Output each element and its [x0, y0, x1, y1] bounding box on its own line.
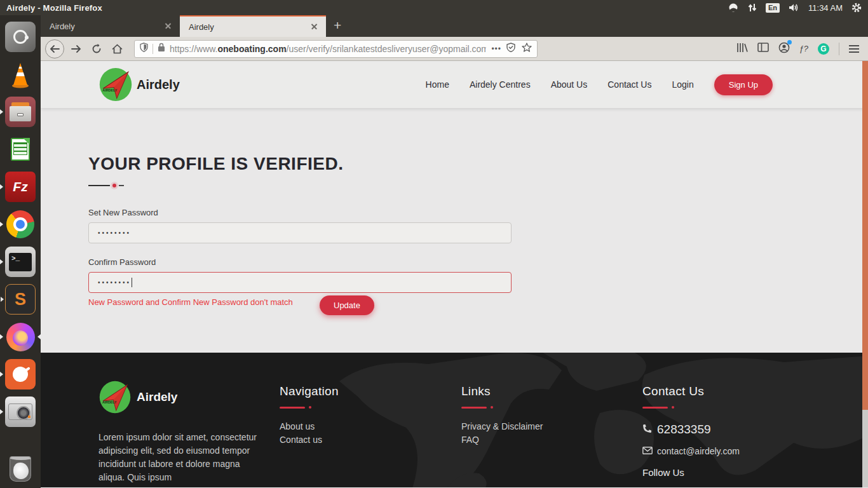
update-button[interactable]: Update	[320, 295, 374, 315]
vlc-icon[interactable]	[5, 59, 36, 90]
network-traffic-icon[interactable]	[748, 3, 757, 12]
menu-icon[interactable]	[849, 45, 859, 53]
footer-navigation-title: Navigation	[280, 384, 339, 398]
tracking-protection-shield-icon[interactable]	[140, 43, 148, 55]
sidebar-toggle-icon[interactable]	[757, 43, 769, 55]
back-button[interactable]	[45, 39, 64, 58]
nav-about-us[interactable]: About Us	[551, 79, 588, 90]
brand-name[interactable]: Airdely	[137, 78, 180, 92]
screen: Airdely - Mozilla Firefox En 11:34 AM Fz	[0, 0, 868, 488]
session-gear-icon[interactable]	[851, 3, 862, 13]
account-icon[interactable]	[778, 42, 790, 56]
new-password-label: Set New Password	[88, 208, 868, 217]
filezilla-glyph: Fz	[13, 179, 27, 194]
footer-divider	[280, 406, 339, 409]
nav-login[interactable]: Login	[672, 79, 693, 90]
screenshot-tool-icon[interactable]	[5, 396, 36, 427]
reload-button[interactable]	[88, 41, 105, 57]
site-footer: AIRDELY Airdely Lorem ipsum dolor sit am…	[41, 353, 868, 487]
url-bar[interactable]: https://www.oneboating.com/user/verify/s…	[134, 40, 538, 58]
footer-about-text: Lorem ipsum dolor sit amet, consectetur …	[98, 431, 259, 484]
browser-window: Airdely Airdely +	[41, 15, 868, 488]
footer-links-column: Links Privacy & Disclaimer FAQ	[461, 384, 543, 447]
password-mismatch-error: New Password and Confirm New Password do…	[88, 297, 293, 307]
signup-button[interactable]: Sign Up	[714, 74, 773, 95]
chrome-icon[interactable]	[5, 209, 36, 240]
launcher-dock: Fz >_ S	[0, 15, 41, 488]
new-password-value: ••••••••	[98, 229, 131, 236]
postman-icon[interactable]	[5, 359, 36, 390]
tab-close-icon[interactable]	[309, 22, 320, 32]
url-text: https://www.oneboating.com/user/verify/s…	[170, 44, 486, 54]
site-nav: Home Airdely Centres About Us Contact Us…	[426, 74, 773, 95]
home-button[interactable]	[109, 41, 125, 57]
scrollbar-thumb[interactable]	[862, 61, 868, 410]
footer-link-contact-us[interactable]: Contact us	[280, 433, 339, 447]
filezilla-icon[interactable]: Fz	[5, 172, 36, 202]
firefox-icon[interactable]	[5, 322, 36, 352]
footer-brand-name: Airdely	[137, 390, 177, 404]
site-main: YOUR PROFILE IS VERIFIED. Set New Passwo…	[41, 108, 868, 353]
svg-text:AIRDELY: AIRDELY	[102, 88, 118, 92]
bookmark-star-icon[interactable]	[522, 43, 532, 55]
fonts-addon-icon[interactable]: ƒ?	[799, 44, 808, 53]
toolbar-separator	[839, 43, 839, 55]
nav-home[interactable]: Home	[426, 79, 449, 90]
site-header: AIRDELY Airdely Home Airdely Centres Abo…	[41, 61, 868, 108]
pocket-shield-icon[interactable]	[506, 43, 515, 55]
new-tab-button[interactable]: +	[326, 18, 349, 35]
footer-contact-title: Contact Us	[642, 384, 740, 398]
confirm-password-label: Confirm Password	[88, 257, 868, 267]
footer-links-title: Links	[461, 384, 543, 398]
notification-dot	[787, 40, 792, 44]
tab-close-icon[interactable]	[163, 21, 173, 31]
archive-manager-icon[interactable]	[5, 97, 36, 127]
clock[interactable]: 11:34 AM	[808, 3, 843, 13]
confirm-password-input[interactable]: ••••••••	[88, 272, 512, 293]
text-caret	[132, 278, 132, 287]
volume-icon[interactable]	[789, 3, 799, 12]
page-title: YOUR PROFILE IS VERIFIED.	[88, 154, 868, 174]
footer-link-privacy[interactable]: Privacy & Disclaimer	[461, 420, 543, 433]
tab-label: Airdely	[189, 22, 309, 32]
tab-bar: Airdely Airdely +	[41, 15, 868, 37]
toolbar-extensions: ƒ? G	[736, 42, 868, 56]
window-title: Airdely - Mozilla Firefox	[0, 3, 102, 13]
form-error-row: New Password and Confirm New Password do…	[88, 296, 512, 308]
footer-phone[interactable]: 62833359	[657, 423, 711, 437]
weather-icon[interactable]	[728, 3, 739, 12]
forward-button[interactable]	[68, 41, 85, 57]
trash-icon[interactable]	[5, 451, 36, 482]
library-icon[interactable]	[736, 43, 748, 55]
footer-divider	[461, 406, 543, 409]
browser-toolbar: https://www.oneboating.com/user/verify/s…	[41, 37, 868, 61]
footer-brand-column: AIRDELY Airdely Lorem ipsum dolor sit am…	[98, 380, 270, 484]
page-scrollbar[interactable]	[862, 61, 868, 487]
nav-airdely-centres[interactable]: Airdely Centres	[470, 79, 531, 90]
airdely-logo[interactable]: AIRDELY	[98, 67, 133, 102]
grammarly-icon[interactable]: G	[818, 43, 829, 55]
ubuntu-dash-icon[interactable]	[5, 22, 36, 52]
lock-icon[interactable]	[158, 43, 165, 55]
nav-contact-us[interactable]: Contact Us	[607, 79, 651, 90]
footer-link-faq[interactable]: FAQ	[461, 433, 543, 447]
heading-divider	[88, 184, 868, 187]
new-password-input[interactable]: ••••••••	[88, 222, 512, 243]
follow-us-label: Follow Us	[642, 467, 740, 478]
tab-airdely-1[interactable]: Airdely	[41, 15, 180, 37]
footer-link-about-us[interactable]: About us	[280, 420, 339, 433]
confirm-password-value: ••••••••	[98, 279, 131, 286]
airdely-footer-logo: AIRDELY	[98, 380, 132, 414]
terminal-icon[interactable]: >_	[5, 247, 36, 277]
libreoffice-calc-icon[interactable]	[5, 134, 36, 165]
keyboard-layout-indicator[interactable]: En	[766, 3, 780, 13]
tab-airdely-2[interactable]: Airdely	[180, 15, 326, 37]
phone-icon	[642, 423, 652, 437]
page-actions-icon[interactable]: •••	[491, 44, 501, 53]
footer-navigation-column: Navigation About us Contact us	[280, 384, 339, 447]
sublime-text-icon[interactable]: S	[5, 284, 36, 315]
window-titlebar: Airdely - Mozilla Firefox En 11:34 AM	[0, 0, 868, 15]
email-icon	[642, 446, 653, 456]
sublime-glyph: S	[15, 290, 26, 309]
footer-email[interactable]: contact@airdely.com	[657, 446, 740, 456]
